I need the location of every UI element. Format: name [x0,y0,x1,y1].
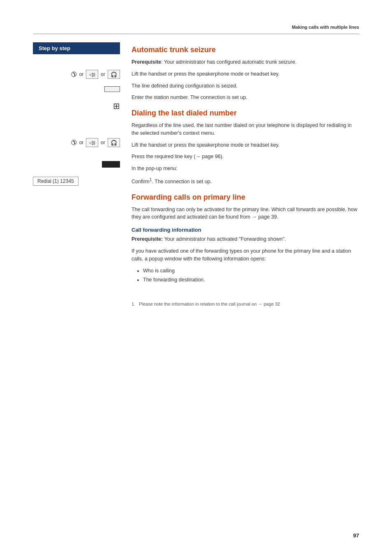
page-number: 97 [353,532,359,539]
section-title-forwarding: Forwarding calls on primary line [131,193,359,202]
left-column: Step by step ✆ or ◁)) or 🎧 ⊞ [33,42,127,307]
arrow-icon-1: → [196,154,201,159]
header-rule [33,34,359,34]
footnote-area: 1. Please note the information in relati… [131,297,359,308]
step-by-step-label: Step by step [39,45,70,51]
step-text-1a: Lift the handset or press the speakerpho… [131,70,359,78]
section-forwarding: Forwarding calls on primary line The cal… [131,193,359,308]
black-rect-icon [102,161,120,168]
speakerphone-icon-1: ◁)) [86,70,98,79]
cfinfo-prerequisite-text: Your administrator has activated "Forwar… [163,236,286,242]
line-icon-wrapper [33,82,120,96]
subsection-call-forwarding-info: Call forwarding information Prerequisite… [131,227,359,284]
bullet-2: The forwarding destination. [143,276,359,284]
or-text-1a: or [79,71,84,77]
cfinfo-prerequisite-label: Prerequisite: [131,236,163,242]
step-text-1c: Enter the station number. The connection… [131,94,359,101]
step-text-2d: Confirm1. The connection is set up. [131,177,359,186]
icon-row-handset-1: ✆ or ◁)) or 🎧 [33,70,120,79]
redial-box: Redial (1) 12345 [33,177,78,186]
keypad-icon: ⊞ [113,101,120,111]
section-title-dialing: Dialing the last dialed number [131,109,359,117]
step-text-2a: Lift the handset or press the speakerpho… [131,141,359,149]
cfinfo-prerequisite: Prerequisite: Your administrator has act… [131,235,359,243]
section-dialing-last: Dialing the last dialed number Regardles… [131,109,359,186]
page-wrapper: Making calls with multiple lines Step by… [0,0,392,555]
icon-row-handset-2: ✆ or ◁)) or 🎧 [33,138,120,147]
page-header: Making calls with multiple lines [33,25,359,30]
cfinfo-bullets: Who is calling The forwarding destinatio… [143,267,359,284]
dialing-intro: Regardless of the line used, the last nu… [131,122,359,137]
keypad-wrapper: ⊞ [33,98,120,114]
footnote-text: Please note the information in relation … [139,302,280,306]
footnote-number: 1. [131,302,135,306]
speakerphone-icon-2: ◁)) [86,138,98,147]
step-text-2b: Press the required line key (→ page 96). [131,153,359,161]
main-layout: Step by step ✆ or ◁)) or 🎧 ⊞ [33,42,359,307]
step-text-1b: The line defined during configuration is… [131,82,359,90]
black-rect-wrapper [33,157,120,170]
right-column: Automatic trunk seizure Prerequisite: Yo… [127,42,359,307]
handset-icon-1: ✆ [71,70,77,79]
cfinfo-body: If you have activated one of the forward… [131,247,359,263]
prerequisite-label-1: Prerequisite [131,59,161,65]
prerequisite-automatic: Prerequisite: Your administrator has con… [131,58,359,66]
section-automatic-trunk-seizure: Automatic trunk seizure Prerequisite: Yo… [131,46,359,101]
line-icon [104,86,120,92]
or-text-2a: or [79,140,84,145]
header-title: Making calls with multiple lines [292,25,359,30]
section-title-automatic: Automatic trunk seizure [131,46,359,54]
prerequisite-text-1: : Your administrator has configured auto… [161,59,296,65]
arrow-icon-2: → [252,214,257,220]
step-text-2c: In the pop-up menu: [131,165,359,173]
arrow-icon-footnote: → [258,302,263,306]
footnote: 1. Please note the information in relati… [131,301,359,308]
forwarding-intro: The call forwarding can only be activate… [131,206,359,221]
step-by-step-box: Step by step [33,42,120,54]
headset-icon-2: 🎧 [108,138,120,147]
bullet-1: Who is calling [143,267,359,275]
or-text-1b: or [101,71,105,77]
redial-box-wrapper: Redial (1) 12345 [33,173,120,188]
subsection-title-cfinfo: Call forwarding information [131,227,359,233]
handset-icon-2: ✆ [71,138,77,147]
headset-icon-1: 🎧 [108,70,120,79]
or-text-2b: or [101,140,105,145]
